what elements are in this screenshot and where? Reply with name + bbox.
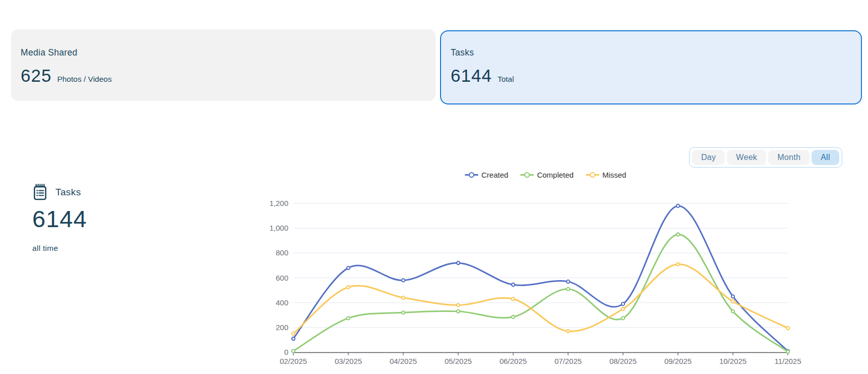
dashboard-screen: Media Shared 625 Photos / Videos Tasks 6… bbox=[0, 0, 868, 374]
range-button-all[interactable]: All bbox=[812, 150, 839, 165]
tasks-line-chart[interactable]: 02004006008001,0001,20002/202503/202504/… bbox=[222, 167, 868, 374]
tasks-summary: Tasks 6144 all time bbox=[32, 184, 87, 253]
tasks-card-unit: Total bbox=[498, 75, 514, 84]
svg-text:800: 800 bbox=[276, 248, 288, 257]
range-button-month[interactable]: Month bbox=[768, 150, 810, 165]
summary-title: Tasks bbox=[55, 187, 81, 198]
summary-subtitle: all time bbox=[32, 244, 87, 253]
svg-text:03/2025: 03/2025 bbox=[335, 357, 362, 365]
svg-text:02/2025: 02/2025 bbox=[280, 357, 307, 365]
media-shared-value: 625 bbox=[21, 66, 51, 86]
svg-text:600: 600 bbox=[276, 274, 288, 282]
svg-text:400: 400 bbox=[276, 298, 288, 307]
svg-text:09/2025: 09/2025 bbox=[664, 357, 692, 365]
media-shared-unit: Photos / Videos bbox=[57, 75, 111, 84]
range-toggle-group: Day Week Month All bbox=[689, 147, 842, 168]
tasks-card-title: Tasks bbox=[451, 47, 851, 58]
svg-text:07/2025: 07/2025 bbox=[554, 357, 582, 365]
svg-text:1,200: 1,200 bbox=[269, 199, 288, 207]
svg-text:06/2025: 06/2025 bbox=[500, 357, 527, 365]
svg-text:08/2025: 08/2025 bbox=[609, 357, 637, 365]
svg-text:11/2025: 11/2025 bbox=[774, 357, 801, 365]
range-button-day[interactable]: Day bbox=[692, 150, 725, 165]
range-button-week[interactable]: Week bbox=[727, 150, 766, 165]
media-shared-title: Media Shared bbox=[21, 47, 425, 58]
tasks-card-value: 6144 bbox=[451, 66, 492, 86]
svg-text:1,000: 1,000 bbox=[269, 224, 288, 232]
svg-text:05/2025: 05/2025 bbox=[445, 357, 472, 365]
clipboard-tasks-icon bbox=[32, 184, 48, 200]
summary-value: 6144 bbox=[32, 205, 87, 233]
svg-text:200: 200 bbox=[276, 323, 288, 332]
svg-text:04/2025: 04/2025 bbox=[390, 357, 417, 365]
media-shared-card[interactable]: Media Shared 625 Photos / Videos bbox=[11, 29, 436, 101]
svg-text:0: 0 bbox=[284, 348, 288, 356]
tasks-card[interactable]: Tasks 6144 Total bbox=[440, 30, 862, 104]
svg-text:10/2025: 10/2025 bbox=[719, 357, 747, 365]
